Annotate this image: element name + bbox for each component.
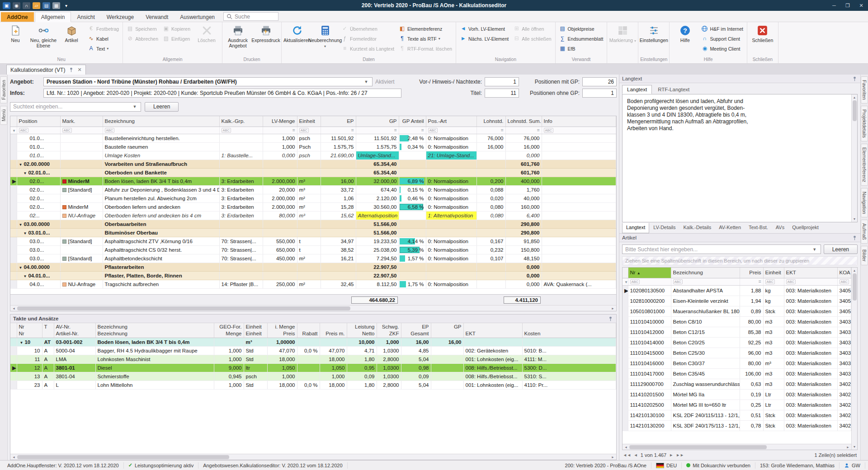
hilfe-button[interactable]: ?Hilfe <box>671 23 699 54</box>
last-page-icon[interactable]: ►► <box>676 453 684 457</box>
lv-row[interactable]: 03.0...[Standard]Asphalttragschicht ZTV … <box>10 237 616 245</box>
column-header-av-nr[interactable]: AV-Nr.Artikel-Nr. <box>54 323 95 338</box>
text-button[interactable]: AText ▾ <box>85 44 121 53</box>
lv-row[interactable]: ▼02.00.0000Vorarbeiten und Straßenaufbru… <box>10 160 616 168</box>
artikel-row[interactable]: 111410202500Mörtel MG III to=650 ltr0,25… <box>623 400 851 410</box>
lv-row[interactable]: 01.0...Baustelle raeumen1,000Psch1.575,7… <box>10 142 616 151</box>
lv-row[interactable]: ▼02.01.0...Oberboden und Bankette65.354,… <box>10 168 616 177</box>
pin-icon[interactable] <box>852 76 858 82</box>
menu-tab-allgemein[interactable]: Allgemein <box>35 12 71 22</box>
horizontal-scrollbar[interactable]: ◄► <box>10 454 616 460</box>
tab-kalk-details[interactable]: Kalk.-Details <box>680 223 715 233</box>
lv-row[interactable]: 02.0...MinderMOberboden liefern und ande… <box>10 202 616 211</box>
leeren-button[interactable]: Leeren <box>145 102 179 112</box>
tab-langtext[interactable]: Langtext <box>622 85 652 94</box>
neuberechnung-button[interactable]: Neuberechnung ▾ <box>311 23 339 54</box>
efb-button[interactable]: ▦EfB <box>557 44 606 53</box>
column-header-koa-bez[interactable]: KOA Bez <box>837 268 851 278</box>
dock-tab-favoriten[interactable]: Favoriten <box>861 76 868 103</box>
horizontal-scrollbar[interactable]: ◄► <box>623 444 851 450</box>
column-header-gp[interactable]: GP <box>356 116 399 127</box>
dock-tab-favoriten[interactable]: Favoriten <box>0 76 7 103</box>
menu-tab-addone[interactable]: AddOne <box>1 12 34 22</box>
column-header-einheit[interactable]: Einheit <box>763 268 784 278</box>
lv-row[interactable]: 02.0...Planum herstellen zul. Abweichung… <box>10 194 616 202</box>
artikel-row[interactable]: 111129000700Zuschlag wasserundurchlässi.… <box>623 379 851 389</box>
ribbon-search-box[interactable]: Suche <box>223 12 278 21</box>
column-header-ep[interactable]: EP <box>321 116 356 127</box>
ausdruck-angebot-button[interactable]: Ausdruck Angebot <box>224 23 252 54</box>
column-header-ekt[interactable]: EKT <box>784 268 837 278</box>
lv-row[interactable]: ▼03.01.0...Bituminöser Oberbau51.566,002… <box>10 228 616 237</box>
column-header-kalk-grp[interactable]: Kalk.-Grp. <box>219 116 263 127</box>
tab-avs[interactable]: AVs <box>772 223 788 233</box>
lv-row[interactable]: ▼03.00.0000Oberbauarbeiten51.566,00290,8… <box>10 220 616 228</box>
support-client-button[interactable]: ∩Support Client <box>699 34 745 43</box>
lv-row[interactable]: 01.0...Baustelleneinrichtung herstellen.… <box>10 134 616 142</box>
pin-icon[interactable] <box>608 316 613 322</box>
lv-row[interactable]: 04.0...NU-AnfrageTragschicht aufbrechen1… <box>10 280 616 288</box>
artikel-row[interactable]: 111010410000Beton C8/1080,00m3003: Mater… <box>623 316 851 327</box>
takte-row[interactable]: ▶12A3801-01Diesel9,000ltr1,0501,0500,951… <box>10 363 616 372</box>
menu-tab-werkzeuge[interactable]: Werkzeuge <box>101 12 140 22</box>
takte-row[interactable]: 23ALLohn Mittellohn1,000Std18,0000,0 %18… <box>10 381 616 389</box>
objektpreise-button[interactable]: ▤Objektpreise <box>557 24 606 33</box>
column-header-mark[interactable]: Mark. <box>60 116 103 127</box>
artikel-row[interactable]: 111410201500Mörtel MG IIa0,19Ltr003: Mat… <box>623 389 851 400</box>
chevron-down-icon[interactable]: ▼ <box>132 104 138 109</box>
tab-rtf-langtext[interactable]: RTF-Langtext <box>653 85 694 94</box>
column-header-position[interactable]: Position <box>17 116 60 127</box>
lv-row[interactable]: 02...NU-AnfrageOberboden liefern und and… <box>10 211 616 220</box>
artikel-row[interactable]: 111010414000Beton C20/2592,25m3003: Mate… <box>623 337 851 348</box>
menu-tab-auswertungen[interactable]: Auswertungen <box>174 12 221 22</box>
artikel-filter-row[interactable]: ▼ABCABC=ABCABCABC <box>623 278 851 285</box>
texte-als-rtf-button[interactable]: ¶Texte als RTF ▾ <box>396 34 454 43</box>
close-tab-icon[interactable]: ✕ <box>77 67 81 73</box>
expressdruck-button[interactable]: Expressdruck <box>252 23 280 54</box>
artikel-row[interactable]: 114210130200KSL 3DF 240/175/113 - 12/1,6… <box>623 420 851 431</box>
dock-tab-navigation[interactable]: Navigation <box>861 188 868 218</box>
minimize-button[interactable]: ─ <box>827 0 841 10</box>
lv-row[interactable]: 02.0...[Standard]Abfuhr zur Deponierung … <box>10 185 616 194</box>
takte-row[interactable]: 11ALMALohnkosten Maschinist1,000Std18,00… <box>10 355 616 363</box>
artikel-row[interactable]: 111010416000Beton C30/3780,00m³003: Mate… <box>623 358 851 368</box>
save-icon[interactable]: ▤ <box>42 2 50 9</box>
grid-search-input[interactable]: Suchtext eingeben...▼ <box>10 102 141 112</box>
schließen-button[interactable]: Schließen <box>749 23 777 54</box>
lv-row[interactable]: 03.0...[Standard]Asphaltbetondeckschicht… <box>10 254 616 263</box>
tab-langtext[interactable]: Langtext <box>622 223 649 233</box>
takte-row[interactable]: 10A5000-04Bagger, RH 4.5 Hydraulikbagger… <box>10 346 616 355</box>
column-header-lohnstd-sum[interactable]: Lohnstd. Sum. <box>505 116 542 127</box>
angebot-field[interactable]: Preussen Stadion - Nord Tribüne (Münster… <box>43 77 373 86</box>
column-header-bezeichnung[interactable]: Bezeichnung <box>671 268 740 278</box>
dock-tab-aufmaß[interactable]: Aufmaß <box>861 220 868 244</box>
takte-row[interactable]: 13A3801-04Schmierstoffe0,945psch1,0001,0… <box>10 372 616 381</box>
column-header-gp[interactable]: GP <box>431 323 463 338</box>
column-header-preis-m[interactable]: Preis m. <box>320 323 347 338</box>
column-header-info[interactable]: Info <box>542 116 616 127</box>
lv-row[interactable]: 03.0...Asphalttragschicht CS 0/32 herst.… <box>10 245 616 254</box>
tab-lv-details[interactable]: LV-Details <box>650 223 679 233</box>
artikel-row[interactable]: 111010412000Beton C12/1585,38m3003: Mate… <box>623 327 851 337</box>
dock-tab-projektdetails[interactable]: Projektdetails <box>861 106 868 141</box>
first-page-icon[interactable]: ◄◄ <box>623 453 631 457</box>
nächs-lv-element-button[interactable]: ►Nächs. LV-Element <box>458 34 511 43</box>
tab-quellprojekt[interactable]: Quellprojekt <box>788 223 822 233</box>
artikel-row[interactable]: ▶102080130500Abstandhalter APSTA1,88kg00… <box>623 285 851 296</box>
caret-down-icon[interactable]: ▾ <box>62 2 70 9</box>
column-header-lohnstd[interactable]: Lohnstd. <box>476 116 505 127</box>
tab-text-bst[interactable]: Text-Bst. <box>745 223 772 233</box>
lv-row[interactable]: ▶02.0...MinderMBoden lösen, laden BK 3/4… <box>10 177 616 185</box>
elementreferenz-button[interactable]: ◧Elementreferenz <box>396 24 454 33</box>
column-header-pos-art[interactable]: Pos.-Art <box>426 116 476 127</box>
kabel-button[interactable]: ∿Kabel <box>85 34 121 43</box>
column-header-nr[interactable]: Nr ▲ <box>628 268 671 278</box>
chevron-down-icon[interactable]: ▼ <box>363 80 369 84</box>
next-page-icon[interactable]: ► <box>669 453 673 457</box>
langtext-content[interactable]: Boden profilgerecht lösen und laden, Abf… <box>623 94 851 222</box>
dock-tab-elementreferenz[interactable]: Elementreferenz <box>861 144 868 186</box>
lv-row[interactable]: ▼04.00.0000Pflasterarbeiten22.907,500,00… <box>10 263 616 271</box>
column-header-t[interactable]: T <box>42 323 54 338</box>
column-header-i-menge[interactable]: i. MengePreis <box>267 323 297 338</box>
info-icon[interactable]: ◉ <box>13 2 20 9</box>
